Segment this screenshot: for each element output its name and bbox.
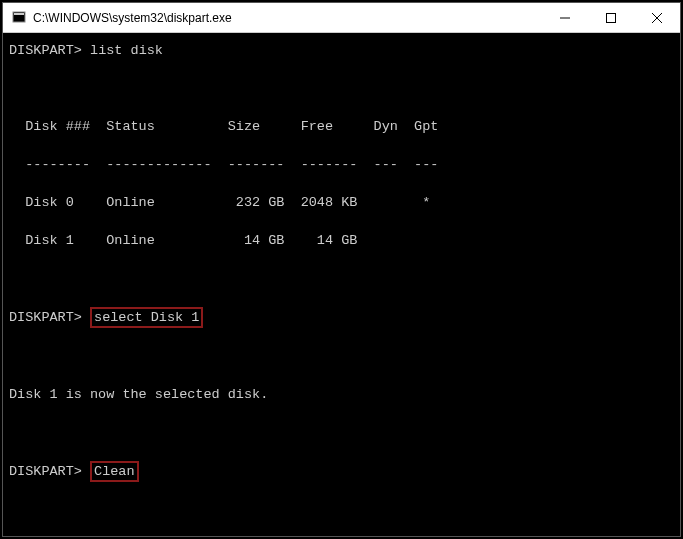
table-row: Disk 1 Online 14 GB 14 GB [9, 231, 674, 250]
close-button[interactable] [634, 3, 680, 32]
window-controls [542, 3, 680, 32]
prompt: DISKPART> [9, 464, 82, 479]
output-selected-disk: Disk 1 is now the selected disk. [9, 385, 674, 404]
terminal-output[interactable]: DISKPART> list disk Disk ### Status Size… [3, 33, 680, 536]
svg-rect-3 [607, 13, 616, 22]
titlebar[interactable]: C:\WINDOWS\system32\diskpart.exe [3, 3, 680, 33]
maximize-button[interactable] [588, 3, 634, 32]
prompt: DISKPART> [9, 310, 82, 325]
cmd-select-disk: select Disk 1 [90, 307, 203, 328]
table-row: Disk 0 Online 232 GB 2048 KB * [9, 193, 674, 212]
cmd-clean: Clean [90, 461, 139, 482]
diskpart-window: C:\WINDOWS\system32\diskpart.exe DISKPAR… [2, 2, 681, 537]
prompt: DISKPART> [9, 43, 82, 58]
cmd-list-disk: list disk [90, 43, 163, 58]
disk-table-divider: -------- ------------- ------- ------- -… [9, 155, 674, 174]
minimize-button[interactable] [542, 3, 588, 32]
disk-table-header: Disk ### Status Size Free Dyn Gpt [9, 117, 674, 136]
svg-rect-1 [14, 13, 24, 15]
window-title: C:\WINDOWS\system32\diskpart.exe [33, 11, 542, 25]
app-icon [11, 10, 27, 26]
